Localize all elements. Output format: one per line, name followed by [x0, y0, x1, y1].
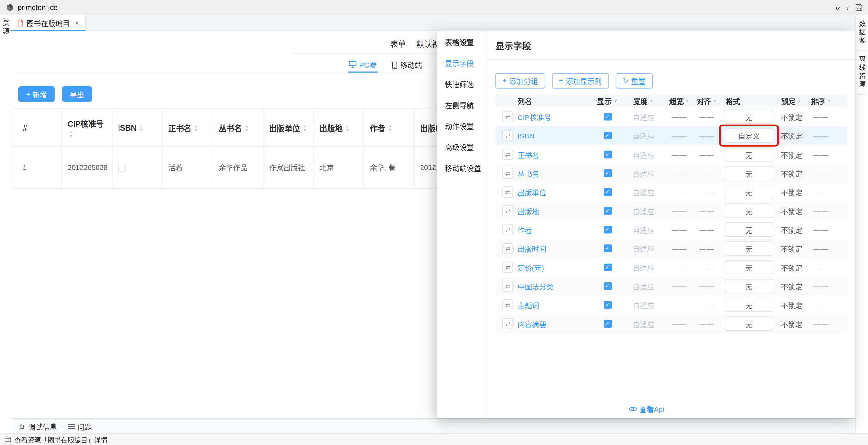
field-table-header[interactable]: 显示▼: [592, 94, 623, 107]
cell-checkbox[interactable]: [118, 163, 126, 171]
display-checkbox[interactable]: [604, 188, 612, 196]
field-row-4[interactable]: ⇄丛书名自适应————无不锁定——: [495, 164, 847, 183]
right-strip-item-2[interactable]: 离线资源: [857, 51, 867, 95]
display-checkbox[interactable]: [604, 320, 612, 328]
field-table-header[interactable]: 锁定▼: [779, 94, 805, 107]
format-button[interactable]: 无: [724, 204, 773, 218]
view-api-link[interactable]: 查看Api: [628, 403, 664, 414]
table-column-header[interactable]: 丛书名▲▼: [213, 109, 263, 147]
field-name-link[interactable]: 内容摘要: [518, 318, 547, 329]
titlebar-icon-2[interactable]: ì: [847, 4, 849, 11]
field-row-7[interactable]: ⇄作者自适应————无不锁定——: [495, 220, 847, 239]
display-checkbox[interactable]: [604, 263, 612, 272]
field-row-2[interactable]: ⇄ISBN自适应————自定义不锁定——: [495, 126, 847, 145]
format-button[interactable]: 自定义: [724, 128, 773, 143]
right-strip-item-1[interactable]: 数据源: [857, 15, 867, 51]
format-button[interactable]: 无: [724, 222, 773, 237]
display-checkbox[interactable]: [604, 113, 612, 121]
filter-caret-icon[interactable]: ▼: [827, 98, 831, 103]
field-row-9[interactable]: ⇄定价(元)自适应————无不锁定——: [495, 258, 847, 277]
display-checkbox[interactable]: [604, 226, 612, 234]
sort-carets-icon[interactable]: ▲▼: [388, 124, 392, 132]
sort-carets-icon[interactable]: ▲▼: [69, 130, 73, 137]
field-row-12[interactable]: ⇄内容摘要自适应————无不锁定——: [495, 314, 847, 333]
reorder-icon[interactable]: ⇄: [502, 281, 513, 292]
titlebar-icon-1[interactable]: iż: [836, 4, 840, 11]
format-button[interactable]: 无: [724, 317, 773, 331]
field-name-link[interactable]: 出版地: [518, 205, 539, 216]
field-table-header[interactable]: 对齐▼: [695, 94, 719, 107]
records-table-row[interactable]: 12012265028活着余华作品作家出版社北京余华, 著2012.: [11, 147, 465, 189]
reorder-icon[interactable]: ⇄: [502, 299, 513, 311]
display-checkbox[interactable]: [604, 151, 612, 159]
display-checkbox[interactable]: [604, 132, 612, 139]
format-button[interactable]: 无: [724, 185, 773, 199]
add-display-column-button[interactable]: +添加显示列: [552, 73, 609, 89]
drawer-nav-item[interactable]: 高级设置: [437, 137, 487, 158]
view-tab-form[interactable]: 表单: [390, 38, 406, 49]
add-group-button[interactable]: +添加分组: [495, 73, 545, 89]
reorder-icon[interactable]: ⇄: [502, 205, 513, 217]
display-checkbox[interactable]: [604, 245, 612, 252]
reorder-icon[interactable]: ⇄: [502, 149, 513, 160]
reorder-icon[interactable]: ⇄: [502, 224, 513, 235]
field-row-6[interactable]: ⇄出版地自适应————无不锁定——: [495, 201, 847, 220]
debug-info-toggle[interactable]: 调试信息: [19, 421, 57, 431]
sort-carets-icon[interactable]: ▲▼: [303, 124, 307, 132]
reorder-icon[interactable]: ⇄: [502, 168, 513, 179]
filter-caret-icon[interactable]: ▼: [713, 98, 717, 103]
reorder-icon[interactable]: ⇄: [502, 186, 513, 197]
filter-caret-icon[interactable]: ▼: [798, 98, 802, 103]
table-column-header[interactable]: 出版地▲▼: [314, 109, 364, 147]
tab-mobile[interactable]: 移动端: [391, 57, 423, 72]
field-row-1[interactable]: ⇄CIP核准号自适应————无不锁定——: [495, 107, 847, 126]
format-button[interactable]: 无: [724, 166, 773, 181]
reorder-icon[interactable]: ⇄: [502, 262, 513, 273]
tab-close-icon[interactable]: ×: [75, 19, 80, 27]
field-row-5[interactable]: ⇄出版单位自适应————无不锁定——: [495, 183, 847, 201]
tab-book-cip[interactable]: 图书在版编目 ×: [11, 15, 86, 31]
table-column-header[interactable]: 出版单位▲▼: [264, 109, 314, 147]
display-checkbox[interactable]: [604, 207, 612, 215]
filter-caret-icon[interactable]: ▼: [685, 98, 690, 103]
reorder-icon[interactable]: ⇄: [502, 243, 513, 254]
format-button[interactable]: 无: [724, 109, 773, 124]
field-name-link[interactable]: 主题词: [518, 299, 539, 310]
field-name-link[interactable]: 出版时间: [518, 243, 547, 254]
tab-pc[interactable]: PC端: [348, 57, 377, 72]
sort-carets-icon[interactable]: ▲▼: [194, 124, 198, 132]
field-name-link[interactable]: ISBN: [518, 131, 534, 139]
reset-button[interactable]: ↻重置: [616, 73, 653, 89]
display-checkbox[interactable]: [604, 282, 612, 290]
format-button[interactable]: 无: [724, 241, 773, 256]
table-column-header[interactable]: CIP核准号▲▼: [62, 109, 112, 147]
export-button[interactable]: 导出: [62, 86, 92, 102]
table-column-header[interactable]: 作者▲▼: [364, 109, 415, 147]
field-row-8[interactable]: ⇄出版时间自适应————无不锁定——: [495, 239, 847, 258]
drawer-nav-item[interactable]: 显示字段: [437, 53, 487, 74]
format-button[interactable]: 无: [724, 260, 773, 275]
sort-carets-icon[interactable]: ▲▼: [139, 124, 143, 132]
drawer-nav-item[interactable]: 快速筛选: [437, 74, 487, 95]
filter-caret-icon[interactable]: ▼: [649, 98, 654, 103]
table-column-header[interactable]: 正书名▲▼: [163, 109, 213, 147]
display-checkbox[interactable]: [604, 301, 612, 309]
format-button[interactable]: 无: [724, 298, 773, 312]
field-table-header[interactable]: 超宽▼: [664, 94, 695, 107]
sort-carets-icon[interactable]: ▲▼: [345, 124, 349, 132]
problems-toggle[interactable]: 问题: [68, 421, 92, 431]
field-table-header[interactable]: 宽度▼: [623, 94, 664, 107]
table-column-header[interactable]: ISBN▲▼: [112, 109, 162, 147]
field-name-link[interactable]: 丛书名: [518, 168, 539, 179]
field-name-link[interactable]: 作者: [518, 224, 532, 235]
field-name-link[interactable]: CIP核准号: [518, 112, 551, 122]
filter-caret-icon[interactable]: ▼: [613, 98, 618, 103]
field-name-link[interactable]: 出版单位: [518, 187, 547, 197]
sort-carets-icon[interactable]: ▲▼: [245, 124, 249, 132]
display-checkbox[interactable]: [604, 169, 612, 177]
field-name-link[interactable]: 中图法分类: [518, 281, 554, 291]
format-button[interactable]: 无: [724, 279, 773, 293]
field-table-header[interactable]: 排序▼: [804, 94, 837, 107]
field-row-3[interactable]: ⇄正书名自适应————无不锁定——: [495, 145, 847, 164]
field-row-10[interactable]: ⇄中图法分类自适应————无不锁定——: [495, 277, 847, 295]
